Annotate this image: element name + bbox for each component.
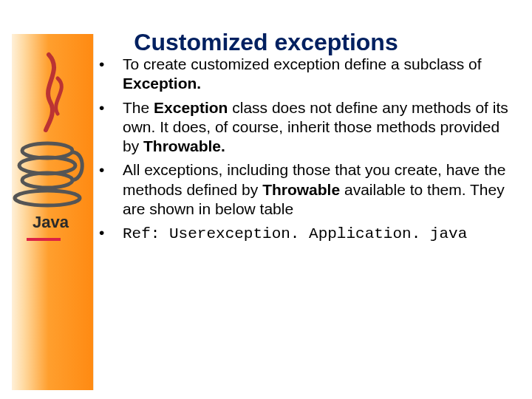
java-logo-text: Java [33, 213, 69, 231]
bullet-2: The Exception class does not define any … [109, 98, 517, 157]
svg-point-3 [15, 191, 80, 205]
bullet-1-text: To create customized exception define a … [123, 55, 482, 72]
bullet-1: To create customized exception define a … [109, 55, 517, 94]
bullet-2-p1: The [123, 99, 154, 116]
java-sidebar: Java [12, 34, 94, 390]
svg-rect-4 [27, 238, 61, 241]
bullet-3: All exceptions, including those that you… [109, 160, 517, 219]
bullet-2-s2: Throwable. [143, 137, 225, 154]
bullet-4: Ref: Userexception. Application. java [109, 223, 517, 244]
bullet-2-s1: Exception [154, 99, 232, 116]
java-cup-icon: Java [12, 34, 93, 256]
bullet-4-code: Userexception. Application. java [169, 225, 467, 242]
bullet-1-strong: Exception. [123, 75, 201, 92]
slide-body: To create customized exception define a … [109, 55, 517, 248]
bullet-4-label: Ref: [123, 225, 169, 242]
bullet-3-s1: Throwable [262, 181, 340, 198]
